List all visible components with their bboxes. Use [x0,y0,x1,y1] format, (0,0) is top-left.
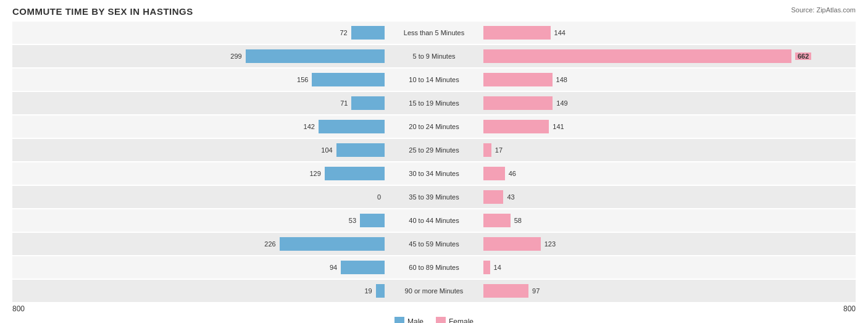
row-label: 40 to 44 Minutes [385,217,483,224]
row-label: 10 to 14 Minutes [385,76,483,83]
right-side: 141 [483,115,856,138]
bar-female [483,237,541,251]
left-side: 53 [12,209,385,232]
bar-female [483,49,791,63]
value-male: 129 [309,170,320,177]
value-male: 156 [297,76,308,83]
table-row: 9460 to 89 Minutes14 [12,256,856,279]
value-female: 97 [532,287,540,295]
bar-male [341,261,385,274]
row-label: 30 to 34 Minutes [385,170,483,177]
value-male: 71 [340,99,348,107]
chart-container: COMMUTE TIME BY SEX IN HASTINGS Source: … [0,0,868,323]
right-side: 14 [483,256,856,279]
legend-male-label: Male [407,317,424,323]
left-side: 299 [12,45,385,67]
value-male: 226 [264,240,275,248]
bar-male [312,73,385,86]
row-label: Less than 5 Minutes [385,29,483,36]
bar-female [483,73,553,86]
value-female: 123 [545,240,556,248]
value-male: 53 [349,217,356,224]
right-side: 43 [483,186,856,208]
right-side: 123 [483,233,856,255]
bars-wrapper: 15610 to 14 Minutes148 [12,69,856,91]
table-row: 10425 to 29 Minutes17 [12,139,856,161]
value-female: 58 [514,217,522,224]
bars-wrapper: 5340 to 44 Minutes58 [12,209,856,232]
left-side: 142 [12,115,385,138]
bars-wrapper: 7115 to 19 Minutes149 [12,92,856,114]
bar-female [483,261,490,274]
bar-male [376,284,385,298]
bar-female [483,96,553,110]
bar-female [483,284,528,298]
right-side: 97 [483,280,856,302]
row-label: 20 to 24 Minutes [385,123,483,130]
bar-male [360,214,385,227]
bar-female [483,214,511,227]
bar-male [351,26,385,40]
left-side: 19 [12,280,385,302]
value-male: 72 [340,29,347,36]
row-label: 60 to 89 Minutes [385,264,483,271]
bar-female [483,26,551,40]
bar-male [280,237,385,251]
right-side: 17 [483,139,856,161]
source-label: Source: ZipAtlas.com [791,6,856,14]
left-side: 104 [12,139,385,161]
bar-female [483,120,549,133]
left-side: 129 [12,162,385,185]
table-row: 15610 to 14 Minutes148 [12,69,856,91]
value-female: 14 [494,264,501,271]
bars-wrapper: 72Less than 5 Minutes144 [12,22,856,44]
value-female: 149 [556,99,567,107]
bar-male [351,96,385,110]
left-side: 72 [12,22,385,44]
value-female: 141 [553,123,564,130]
chart-area: 72Less than 5 Minutes1442995 to 9 Minute… [12,22,856,302]
legend: Male Female [12,317,856,323]
table-row: 72Less than 5 Minutes144 [12,22,856,44]
row-label: 25 to 29 Minutes [385,146,483,154]
right-side: 149 [483,92,856,114]
value-female: 148 [556,76,567,83]
value-female: 43 [507,193,514,201]
right-side: 58 [483,209,856,232]
right-side: 662 [483,45,856,67]
value-male: 19 [364,287,372,295]
value-male: 299 [230,52,241,60]
table-row: 14220 to 24 Minutes141 [12,115,856,138]
bar-male [246,49,385,63]
value-male: 94 [330,264,337,271]
row-label: 5 to 9 Minutes [385,52,483,60]
legend-female-label: Female [449,317,474,323]
legend-female-box [436,317,446,323]
bars-wrapper: 2995 to 9 Minutes662 [12,45,856,67]
bars-wrapper: 10425 to 29 Minutes17 [12,139,856,161]
table-row: 2995 to 9 Minutes662 [12,45,856,67]
right-side: 46 [483,162,856,185]
chart-title: COMMUTE TIME BY SEX IN HASTINGS [12,6,856,17]
axis-left-label: 800 [12,304,25,313]
value-male: 104 [321,146,332,154]
table-row: 22645 to 59 Minutes123 [12,233,856,255]
legend-male: Male [394,317,424,323]
left-side: 71 [12,92,385,114]
left-side: 94 [12,256,385,279]
bar-male [325,167,385,180]
axis-labels: 800 800 [12,304,856,313]
value-male: 0 [377,193,381,201]
row-label: 90 or more Minutes [385,287,483,295]
bars-wrapper: 035 to 39 Minutes43 [12,186,856,208]
row-label: 45 to 59 Minutes [385,240,483,248]
bars-wrapper: 22645 to 59 Minutes123 [12,233,856,255]
legend-male-box [394,317,404,323]
row-label: 15 to 19 Minutes [385,99,483,107]
bars-wrapper: 9460 to 89 Minutes14 [12,256,856,279]
table-row: 035 to 39 Minutes43 [12,186,856,208]
bars-wrapper: 14220 to 24 Minutes141 [12,115,856,138]
value-female: 46 [509,170,516,177]
bottom-section: 800 800 Male Female [12,304,856,323]
table-row: 7115 to 19 Minutes149 [12,92,856,114]
